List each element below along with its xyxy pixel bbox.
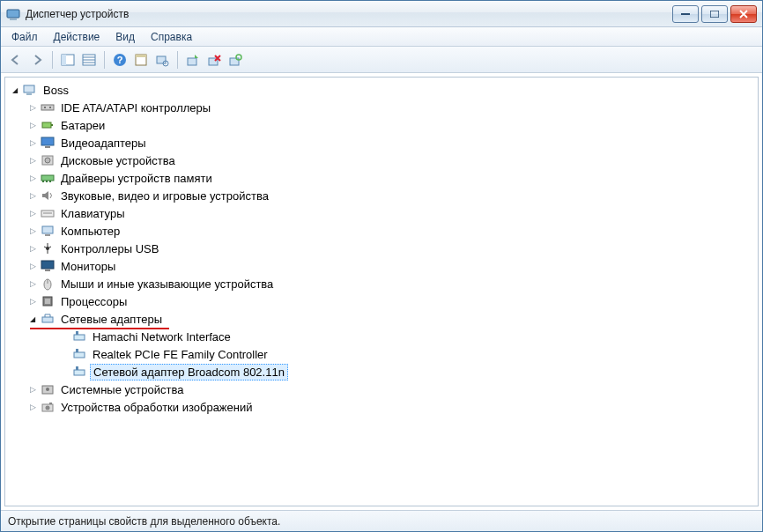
computer-root-icon: [23, 83, 37, 97]
svg-rect-48: [76, 331, 78, 335]
tree-category[interactable]: Мыши и иные указывающие устройства: [7, 275, 756, 292]
tree-category[interactable]: Контроллеры USB: [7, 240, 756, 257]
svg-rect-38: [45, 234, 50, 236]
tree-node-label: Контроллеры USB: [58, 241, 161, 256]
tree-device[interactable]: Hamachi Network Interface: [7, 328, 756, 345]
expand-icon[interactable]: [26, 156, 39, 165]
menu-file[interactable]: Файл: [4, 29, 45, 45]
system-icon: [41, 382, 55, 396]
window-buttons: [672, 5, 757, 23]
expand-icon[interactable]: [26, 403, 39, 411]
expand-icon[interactable]: [9, 86, 21, 94]
svg-rect-33: [46, 181, 48, 182]
tree-node-label: Boss: [41, 83, 71, 98]
menu-help[interactable]: Справка: [144, 29, 199, 45]
expand-icon[interactable]: [26, 279, 39, 288]
tree-category[interactable]: Системные устройства: [7, 381, 756, 398]
tree-node-label: Системные устройства: [58, 382, 186, 397]
tree-category[interactable]: Видеоадаптеры: [7, 134, 756, 151]
maximize-button[interactable]: [701, 5, 728, 23]
network-icon: [41, 312, 55, 326]
minimize-button[interactable]: [672, 5, 699, 23]
mouse-icon: [41, 277, 55, 291]
memory-icon: [41, 171, 55, 185]
svg-rect-47: [74, 335, 85, 340]
toolbar-separator: [104, 51, 105, 69]
svg-rect-32: [42, 181, 44, 182]
help-button[interactable]: ?: [110, 50, 130, 70]
back-button[interactable]: [6, 50, 26, 70]
show-hide-tree-button[interactable]: [58, 50, 78, 70]
nic-icon: [72, 347, 86, 361]
expand-icon[interactable]: [26, 209, 39, 218]
tree-category[interactable]: Компьютер: [7, 222, 756, 240]
tree-category[interactable]: Устройства обработки изображений: [7, 398, 756, 416]
tree-category[interactable]: Дисковые устройства: [7, 151, 756, 169]
forward-button[interactable]: [27, 50, 47, 70]
find-icon[interactable]: [152, 50, 172, 70]
menu-view[interactable]: Вид: [108, 29, 142, 45]
tree-device[interactable]: Сетевой адаптер Broadcom 802.11n: [7, 363, 756, 381]
expand-icon[interactable]: [26, 385, 39, 394]
expand-icon[interactable]: [26, 262, 39, 270]
device-tree-panel[interactable]: BossIDE ATA/ATAPI контроллерыБатареиВиде…: [4, 77, 759, 506]
device-manager-window: Диспетчер устройств Файл Действие Вид Сп…: [0, 0, 763, 532]
expand-icon[interactable]: [26, 121, 39, 129]
display-icon: [41, 136, 55, 150]
tree-category[interactable]: Звуковые, видео и игровые устройства: [7, 187, 756, 204]
svg-rect-5: [62, 55, 66, 65]
svg-rect-1: [10, 18, 17, 20]
tree-category[interactable]: Процессоры: [7, 292, 756, 310]
tree-category[interactable]: Мониторы: [7, 257, 756, 275]
svg-rect-41: [45, 270, 50, 271]
cpu-icon: [41, 294, 55, 308]
status-text: Открытие страницы свойств для выделенног…: [8, 515, 280, 528]
tree-node-label: Мыши и иные указывающие устройства: [58, 277, 276, 292]
imaging-icon: [41, 400, 55, 414]
tree-root[interactable]: Boss: [7, 81, 756, 99]
svg-rect-3: [710, 11, 719, 18]
properties-sheet-icon[interactable]: [131, 50, 151, 70]
expand-icon[interactable]: [26, 138, 39, 147]
svg-point-30: [45, 158, 50, 163]
tree-device[interactable]: Realtek PCIe FE Family Controller: [7, 345, 756, 363]
svg-rect-14: [157, 56, 166, 63]
scan-hardware-button[interactable]: [183, 50, 203, 70]
expand-icon[interactable]: [26, 226, 39, 235]
nic-icon: [72, 365, 86, 379]
battery-icon: [41, 118, 55, 132]
expand-icon[interactable]: [26, 174, 39, 182]
expand-icon[interactable]: [26, 244, 39, 253]
tree-category[interactable]: Драйверы устройств памяти: [7, 169, 756, 187]
svg-rect-2: [681, 13, 690, 15]
expand-icon[interactable]: [26, 191, 39, 200]
tree-node-label: Звуковые, видео и игровые устройства: [58, 188, 271, 203]
disk-icon: [41, 153, 55, 167]
titlebar[interactable]: Диспетчер устройств: [1, 1, 762, 27]
svg-rect-40: [41, 261, 54, 269]
update-driver-icon[interactable]: [226, 50, 245, 70]
toolbar-separator: [177, 51, 178, 69]
svg-point-54: [46, 388, 49, 391]
menu-action[interactable]: Действие: [47, 29, 107, 45]
expand-icon[interactable]: [26, 297, 39, 306]
tree-node-label: Процессоры: [58, 294, 130, 309]
tree-category[interactable]: Клавиатуры: [7, 204, 756, 222]
svg-point-24: [49, 107, 51, 108]
svg-rect-34: [49, 181, 51, 182]
tree-category[interactable]: Батареи: [7, 116, 756, 134]
tree-node-label: Клавиатуры: [58, 206, 128, 221]
uninstall-button[interactable]: [204, 50, 224, 70]
tree-node-label: Hamachi Network Interface: [90, 329, 233, 344]
close-button[interactable]: [730, 5, 757, 23]
tree-node-label: Устройства обработки изображений: [58, 400, 256, 415]
svg-rect-26: [51, 124, 53, 126]
svg-text:?: ?: [117, 55, 123, 65]
svg-rect-0: [7, 10, 19, 18]
tree-category[interactable]: Сетевые адаптеры: [7, 310, 756, 328]
tree-category[interactable]: IDE ATA/ATAPI контроллеры: [7, 99, 756, 116]
properties-button[interactable]: [79, 50, 99, 70]
expand-icon[interactable]: [26, 103, 39, 112]
svg-rect-45: [45, 299, 50, 304]
expand-icon[interactable]: [26, 315, 39, 323]
